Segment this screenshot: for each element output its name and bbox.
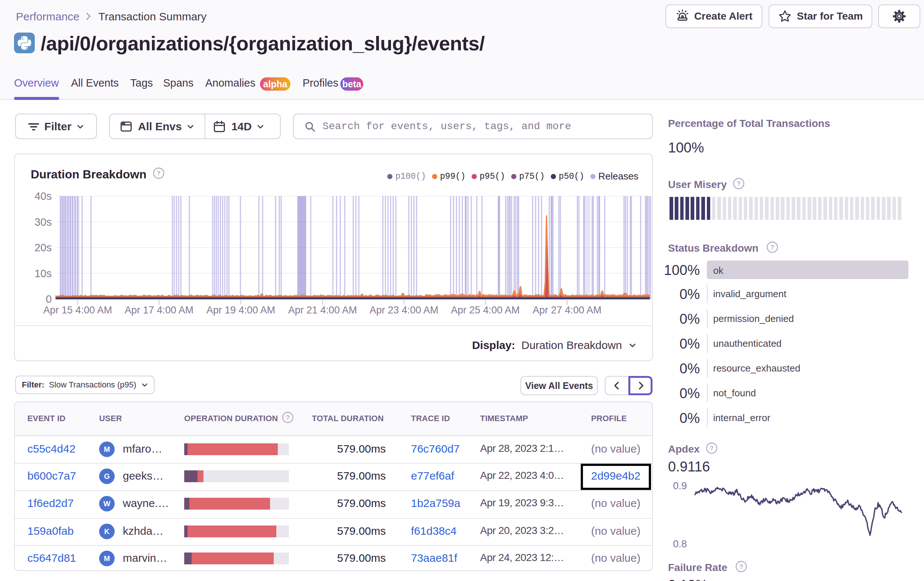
svg-text:Apr 23 4:00 AM: Apr 23 4:00 AM	[370, 305, 438, 316]
svg-text:?: ?	[771, 244, 774, 251]
svg-text:?: ?	[286, 414, 290, 421]
svg-text:0: 0	[46, 293, 52, 305]
svg-text:30s: 30s	[35, 216, 52, 228]
svg-text:10s: 10s	[35, 268, 52, 280]
svg-text:Apr 17 4:00 AM: Apr 17 4:00 AM	[125, 305, 193, 316]
svg-text:0.8: 0.8	[673, 538, 687, 550]
svg-text:?: ?	[737, 180, 741, 187]
svg-text:Apr 27 4:00 AM: Apr 27 4:00 AM	[533, 305, 601, 316]
svg-text:Apr 25 4:00 AM: Apr 25 4:00 AM	[451, 305, 520, 316]
svg-text:Apr 19 4:00 AM: Apr 19 4:00 AM	[206, 305, 275, 316]
svg-text:Apr 21 4:00 AM: Apr 21 4:00 AM	[288, 305, 357, 316]
svg-text:0.9: 0.9	[673, 480, 687, 492]
svg-text:40s: 40s	[35, 190, 52, 202]
svg-text:?: ?	[739, 563, 743, 570]
svg-text:Apr 15 4:00 AM: Apr 15 4:00 AM	[43, 305, 112, 316]
svg-text:20s: 20s	[35, 242, 52, 253]
svg-text:?: ?	[710, 445, 714, 452]
